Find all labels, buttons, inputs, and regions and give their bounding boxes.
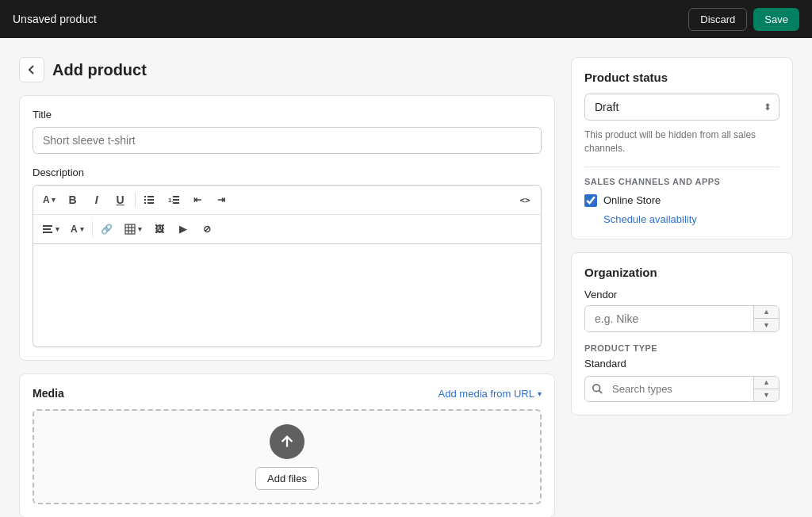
stepper-down-icon[interactable]: ▼ xyxy=(754,319,779,331)
table-icon xyxy=(124,224,136,235)
italic-button[interactable]: I xyxy=(86,189,108,211)
back-button[interactable] xyxy=(19,57,44,82)
upload-icon-circle xyxy=(270,424,304,459)
status-description: This product will be hidden from all sal… xyxy=(584,128,779,155)
schedule-link[interactable]: Schedule availability xyxy=(603,213,697,225)
organization-card: Organization Vendor ▲ ▼ PRODUCT TYPE Sta… xyxy=(571,252,793,416)
online-store-checkbox[interactable] xyxy=(584,194,597,207)
svg-rect-5 xyxy=(147,202,154,204)
bold-button[interactable]: B xyxy=(62,189,84,211)
search-types-wrap: ▲ ▼ xyxy=(584,376,779,402)
online-store-label: Online Store xyxy=(603,194,661,206)
media-card: Media Add media from URL ▾ Add files xyxy=(19,373,555,517)
svg-rect-8 xyxy=(173,199,179,201)
discard-button[interactable]: Discard xyxy=(688,8,747,31)
font-button[interactable]: A ▾ xyxy=(38,189,60,211)
sidebar: Product status Draft Active ⬍ This produ… xyxy=(571,57,793,517)
svg-rect-3 xyxy=(147,199,154,201)
align-icon xyxy=(43,224,52,234)
title-label: Title xyxy=(33,109,542,121)
online-store-row: Online Store xyxy=(584,194,779,207)
toolbar-row-1: A ▾ B I U xyxy=(33,186,541,215)
search-stepper[interactable]: ▲ ▼ xyxy=(753,377,779,401)
media-header: Media Add media from URL ▾ xyxy=(33,387,542,400)
table-button[interactable]: ▾ xyxy=(120,218,147,240)
toolbar-sep-2 xyxy=(92,221,93,237)
bullet-list-icon xyxy=(144,194,155,205)
organization-title: Organization xyxy=(584,266,779,279)
editor-toolbar: A ▾ B I U xyxy=(33,185,542,244)
indent-left-button[interactable]: ⇤ xyxy=(186,189,209,211)
svg-rect-0 xyxy=(144,196,146,197)
page-title: Add product xyxy=(52,61,147,79)
bullet-list-button[interactable] xyxy=(139,189,161,211)
svg-rect-2 xyxy=(144,199,146,201)
video-button[interactable]: ▶ xyxy=(172,218,194,240)
media-dropzone[interactable]: Add files xyxy=(33,409,542,504)
svg-rect-1 xyxy=(147,196,154,197)
search-stepper-down-icon[interactable]: ▼ xyxy=(754,389,779,401)
toolbar-row-2: ▾ A ▾ 🔗 xyxy=(33,215,541,243)
search-types-input[interactable] xyxy=(609,377,753,401)
product-type-label: PRODUCT TYPE xyxy=(584,343,779,353)
product-status-card: Product status Draft Active ⬍ This produ… xyxy=(571,57,793,239)
svg-rect-12 xyxy=(43,232,52,233)
link-button[interactable]: 🔗 xyxy=(96,218,118,240)
status-select-wrap: Draft Active ⬍ xyxy=(584,94,779,121)
section-divider xyxy=(584,167,779,167)
product-type-value: Standard xyxy=(584,358,779,370)
vendor-label: Vendor xyxy=(584,289,779,301)
svg-point-18 xyxy=(593,385,600,392)
stepper-up-icon[interactable]: ▲ xyxy=(754,306,779,320)
code-button[interactable]: <> xyxy=(514,189,536,211)
main-content: Add product Title Description A ▾ B I xyxy=(19,57,555,517)
search-icon xyxy=(585,377,609,401)
vendor-input-wrap: ▲ ▼ xyxy=(584,305,779,332)
svg-rect-10 xyxy=(43,225,52,227)
search-stepper-up-icon[interactable]: ▲ xyxy=(754,377,779,389)
topbar-actions: Discard Save xyxy=(688,8,799,31)
add-media-link[interactable]: Add media from URL ▾ xyxy=(439,388,542,400)
product-status-title: Product status xyxy=(584,71,779,84)
topbar: Unsaved product Discard Save xyxy=(0,0,812,38)
editor-area[interactable] xyxy=(33,244,542,347)
underline-button[interactable]: U xyxy=(109,189,132,211)
svg-text:1.: 1. xyxy=(168,197,174,204)
toolbar-sep-1 xyxy=(135,192,136,208)
topbar-title: Unsaved product xyxy=(13,13,97,25)
text-color-button[interactable]: A ▾ xyxy=(66,218,89,240)
sales-channels-label: SALES CHANNELS AND APPS xyxy=(584,177,779,186)
media-title: Media xyxy=(33,387,64,400)
svg-rect-7 xyxy=(173,196,179,197)
svg-rect-4 xyxy=(144,202,146,204)
back-icon xyxy=(25,63,38,76)
vendor-stepper[interactable]: ▲ ▼ xyxy=(753,306,779,331)
save-button[interactable]: Save xyxy=(753,8,799,31)
title-card: Title Description A ▾ B I U xyxy=(19,95,555,361)
dropdown-chevron: ▾ xyxy=(538,389,542,398)
svg-rect-9 xyxy=(173,202,179,204)
status-select[interactable]: Draft Active xyxy=(584,94,779,121)
description-label: Description xyxy=(33,167,542,178)
svg-rect-11 xyxy=(43,228,51,230)
ordered-list-icon: 1. xyxy=(168,194,179,205)
block-button[interactable]: ⊘ xyxy=(196,218,218,240)
page-layout: Add product Title Description A ▾ B I xyxy=(0,38,812,517)
align-button[interactable]: ▾ xyxy=(38,218,64,240)
page-header: Add product xyxy=(19,57,555,82)
svg-rect-13 xyxy=(125,224,135,234)
indent-right-button[interactable]: ⇥ xyxy=(210,189,232,211)
vendor-input[interactable] xyxy=(585,306,753,331)
svg-line-19 xyxy=(599,391,603,394)
title-input[interactable] xyxy=(33,127,542,154)
add-files-button[interactable]: Add files xyxy=(255,467,319,490)
upload-icon xyxy=(278,433,296,450)
image-button[interactable]: 🖼 xyxy=(148,218,170,240)
ordered-list-button[interactable]: 1. xyxy=(163,189,185,211)
